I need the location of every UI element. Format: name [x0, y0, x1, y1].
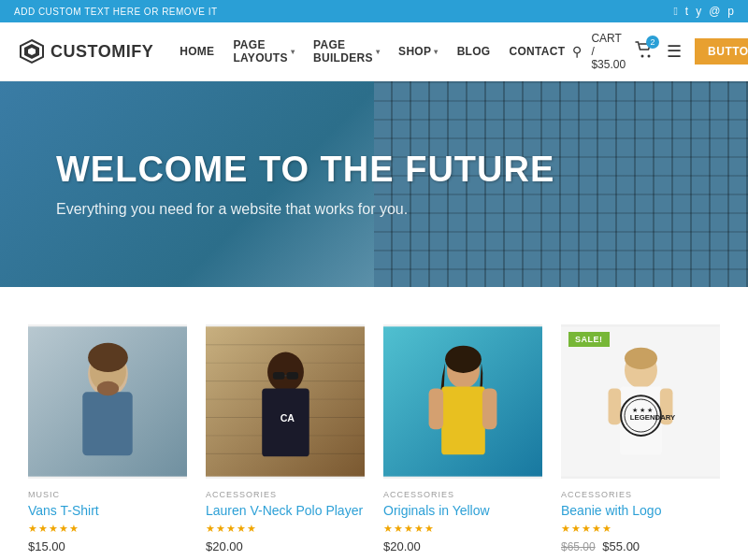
- product-image-4: SALE! ★ ★ ★ LEGENDARY: [561, 324, 720, 479]
- product-name-2[interactable]: Lauren V-Neck Polo Player: [206, 503, 365, 518]
- facebook-icon[interactable]: : [673, 5, 677, 18]
- svg-point-33: [625, 348, 657, 369]
- product-price-sale-4: $55.00: [602, 539, 640, 553]
- product-category-4: ACCESSORIES: [561, 490, 720, 499]
- hero-section: WELCOME TO THE FUTURE Everything you nee…: [0, 81, 748, 287]
- product-price-2: $20.00: [206, 539, 365, 553]
- header-button[interactable]: BUTTON: [695, 38, 748, 65]
- svg-point-27: [445, 346, 482, 373]
- chevron-down-icon: ▾: [291, 48, 295, 56]
- hero-title: WELCOME TO THE FUTURE: [56, 151, 554, 190]
- product-stars-4: ★★★★★: [561, 523, 720, 535]
- logo[interactable]: CUSTOMIFY: [19, 38, 153, 65]
- header-right: ⚲ CART / $35.00 2 ☰ BUTTON: [572, 32, 748, 71]
- svg-rect-30: [482, 388, 497, 429]
- nav-blog[interactable]: BLOG: [450, 39, 498, 64]
- svg-text:CA: CA: [280, 412, 295, 424]
- svg-point-9: [88, 343, 128, 372]
- svg-point-19: [267, 352, 304, 393]
- product-stars-2: ★★★★★: [206, 523, 365, 535]
- product-price-4: $65.00 $55.00: [561, 539, 720, 553]
- svg-rect-7: [82, 392, 132, 455]
- svg-text:LEGENDARY: LEGENDARY: [630, 413, 676, 422]
- svg-text:★ ★ ★: ★ ★ ★: [632, 407, 653, 413]
- product-category-2: ACCESSORIES: [206, 490, 365, 499]
- product-name-1[interactable]: Vans T-Shirt: [28, 503, 187, 518]
- product-price-3: $20.00: [383, 539, 542, 553]
- product-stars-3: ★★★★★: [383, 523, 542, 535]
- svg-point-10: [97, 381, 119, 396]
- top-bar-text: ADD CUSTOM TEXT HERE OR REMOVE IT: [14, 7, 218, 17]
- product-price-1: $15.00: [28, 539, 187, 553]
- hamburger-icon[interactable]: ☰: [663, 41, 685, 62]
- sale-badge: SALE!: [568, 332, 610, 347]
- svg-rect-29: [429, 388, 444, 429]
- hero-content: WELCOME TO THE FUTURE Everything you nee…: [0, 151, 611, 218]
- product-category-1: MUSIC: [28, 490, 187, 499]
- twitter-icon[interactable]: t: [685, 5, 688, 18]
- product-image-2: CA: [206, 324, 365, 479]
- instagram-icon[interactable]: @: [709, 5, 720, 18]
- header: CUSTOMIFY HOME PAGE LAYOUTS ▾ PAGE BUILD…: [0, 22, 748, 81]
- cart-icon[interactable]: 2: [635, 41, 654, 62]
- svg-rect-21: [273, 372, 285, 380]
- product-card-1[interactable]: MUSIC Vans T-Shirt ★★★★★ $15.00: [28, 324, 187, 553]
- product-card-4[interactable]: SALE! ★ ★ ★ LEGENDARY: [561, 324, 720, 553]
- cart-text[interactable]: CART / $35.00: [591, 32, 626, 71]
- product-image-1: [28, 324, 187, 479]
- svg-rect-22: [286, 372, 298, 380]
- nav-shop[interactable]: SHOP ▾: [391, 39, 446, 64]
- nav-page-layouts[interactable]: PAGE LAYOUTS ▾: [225, 33, 302, 70]
- products-section: MUSIC Vans T-Shirt ★★★★★ $15.00: [0, 287, 748, 560]
- products-grid: MUSIC Vans T-Shirt ★★★★★ $15.00: [28, 324, 720, 553]
- nav-page-builders[interactable]: PAGE BUILDERS ▾: [306, 33, 387, 70]
- product-card-3[interactable]: ACCESSORIES Originals in Yellow ★★★★★ $2…: [383, 324, 542, 553]
- linkedin-icon[interactable]: y: [696, 5, 701, 18]
- svg-rect-35: [609, 388, 622, 424]
- nav-home[interactable]: HOME: [172, 39, 222, 64]
- product-price-original-4: $65.00: [561, 540, 596, 553]
- product-card-2[interactable]: CA ACCESSORIES Lauren V-Neck Polo Player…: [206, 324, 365, 553]
- product-stars-1: ★★★★★: [28, 523, 187, 535]
- product-image-3: [383, 324, 542, 479]
- svg-point-3: [641, 55, 644, 58]
- search-icon[interactable]: ⚲: [572, 44, 582, 59]
- main-nav: HOME PAGE LAYOUTS ▾ PAGE BUILDERS ▾ SHOP…: [172, 33, 572, 70]
- logo-text: CUSTOMIFY: [50, 42, 153, 62]
- top-bar: ADD CUSTOM TEXT HERE OR REMOVE IT  t y …: [0, 0, 748, 22]
- pinterest-icon[interactable]: p: [727, 5, 734, 18]
- chevron-down-icon: ▾: [376, 48, 380, 56]
- product-category-3: ACCESSORIES: [383, 490, 542, 499]
- hero-subtitle: Everything you need for a website that w…: [56, 201, 554, 218]
- svg-point-4: [648, 55, 651, 58]
- social-links:  t y @ p: [673, 5, 734, 18]
- svg-rect-28: [441, 386, 485, 454]
- product-name-3[interactable]: Originals in Yellow: [383, 503, 542, 518]
- cart-badge: 2: [646, 36, 659, 49]
- logo-icon: [19, 38, 45, 65]
- chevron-down-icon: ▾: [434, 48, 438, 56]
- product-name-4[interactable]: Beanie with Logo: [561, 503, 720, 518]
- nav-contact[interactable]: CONTACT: [502, 39, 573, 64]
